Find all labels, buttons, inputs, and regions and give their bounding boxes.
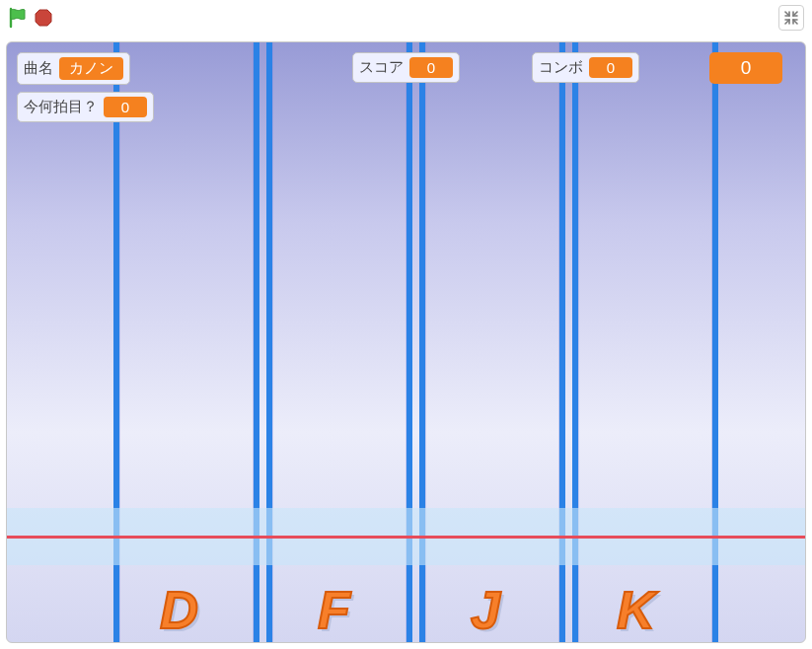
monitor-beat-label: 今何拍目？ [24, 98, 98, 116]
monitor-score-label: スコア [359, 58, 404, 77]
monitor-beat: 今何拍目？ 0 [17, 92, 154, 122]
stage: D F J K 曲名 カノン 今何拍目？ 0 スコア 0 コンボ 0 0 [6, 41, 806, 643]
key-label-d: D [160, 579, 198, 640]
key-label-f: F [318, 579, 350, 640]
stop-icon[interactable] [34, 8, 53, 28]
green-flag-icon[interactable] [8, 7, 28, 29]
hit-line [7, 536, 805, 539]
monitor-song: 曲名 カノン [17, 52, 130, 85]
monitor-combo: コンボ 0 [532, 52, 639, 83]
monitor-beat-value: 0 [104, 97, 147, 117]
exit-fullscreen-icon[interactable] [778, 5, 804, 31]
stage-controls [0, 0, 812, 36]
monitor-combo-label: コンボ [539, 58, 583, 77]
monitor-song-label: 曲名 [24, 59, 53, 78]
monitor-song-value: カノン [59, 57, 123, 80]
svg-marker-0 [36, 10, 51, 26]
key-label-j: J [471, 579, 500, 640]
monitor-score: スコア 0 [352, 52, 460, 83]
monitor-score-value: 0 [409, 57, 453, 78]
key-label-k: K [617, 579, 655, 640]
monitor-plain: 0 [709, 52, 782, 84]
monitor-combo-value: 0 [589, 57, 632, 78]
